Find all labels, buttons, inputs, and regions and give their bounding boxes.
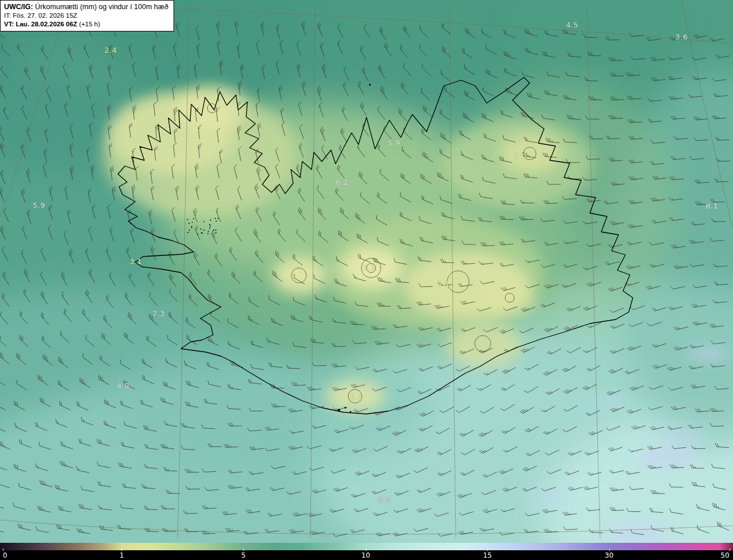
colorbar-tick-label: 50: [720, 551, 729, 559]
map-title: Úrkomumætti (mm) og vindur í 100m hæð: [33, 3, 168, 11]
colorbar-tick-label: 15: [483, 551, 492, 559]
colorbar-tick-mark: [609, 549, 610, 551]
valid-time-offset: (+15 h): [77, 21, 100, 27]
colorbar: 01510153050: [0, 543, 733, 560]
colorbar-tick-label: 30: [605, 551, 613, 559]
title-box: UWC/IG: Úrkomumætti (mm) og vindur í 100…: [0, 0, 174, 31]
colorbar-tick-mark: [487, 549, 488, 551]
colorbar-tick-mark: [243, 549, 244, 551]
colorbar-tick-mark: [121, 549, 122, 551]
colorbar-tick-label: 5: [241, 551, 246, 559]
model-name: UWC/IG:: [4, 3, 33, 11]
init-time: IT: Fös. 27. 02. 2026 15Z: [4, 11, 168, 20]
map-title-line: UWC/IG: Úrkomumætti (mm) og vindur í 100…: [4, 2, 168, 11]
weather-map-canvas: [0, 0, 733, 543]
valid-time-line: VT: Lau. 28.02.2026 06Z (+15 h): [4, 20, 168, 29]
colorbar-tick-label: 1: [120, 551, 124, 559]
colorbar-tick-label: 0: [3, 551, 7, 559]
colorbar-tick-mark: [3, 549, 3, 551]
colorbar-tick-mark: [730, 549, 730, 551]
colorbar-ticks: 01510153050: [0, 550, 733, 560]
colorbar-tick-label: 10: [361, 551, 370, 559]
colorbar-tick-mark: [366, 549, 366, 551]
precip-field-layer: [0, 0, 733, 543]
colorbar-gradient: [0, 543, 733, 550]
weather-map-page: 4.53.62.45.93.06.25.98.13.11.21.17.34.93…: [0, 0, 733, 560]
valid-time: VT: Lau. 28.02.2026 06Z: [4, 21, 77, 27]
